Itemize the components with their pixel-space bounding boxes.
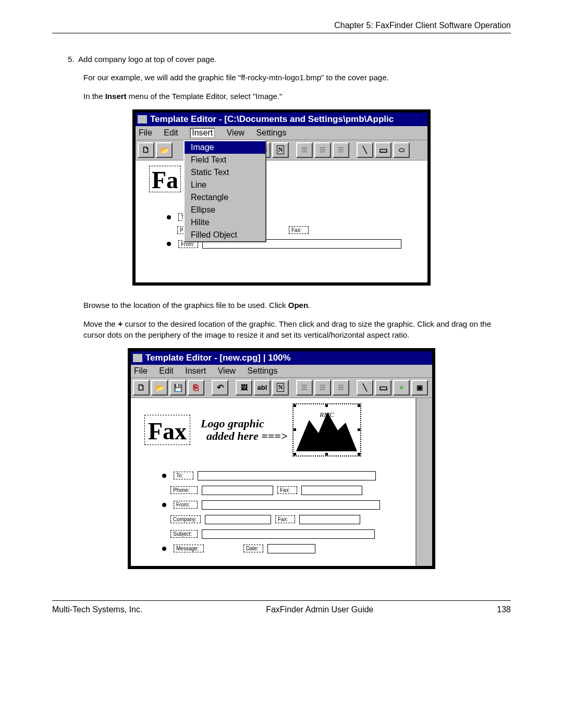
txt: added here ===>	[206, 429, 287, 442]
field-input[interactable]	[301, 486, 362, 495]
step-para1: For our example, we will add the graphic…	[83, 72, 511, 83]
field-label-subject[interactable]: Subject:	[170, 530, 198, 538]
menu-view[interactable]: View	[227, 128, 244, 138]
dropdown-item-rectangle[interactable]: Rectangle	[185, 191, 265, 204]
screenshot-1: Template Editor - [C:\Documents and Sett…	[132, 109, 431, 286]
menu-view[interactable]: View	[218, 366, 236, 376]
rect-button[interactable]	[375, 142, 391, 158]
menu-settings[interactable]: Settings	[248, 366, 278, 376]
step-line: 5. Add company logo at top of cover page…	[68, 54, 511, 65]
ellipse-button[interactable]: ⬭	[393, 142, 410, 158]
form-row: From:	[162, 500, 406, 510]
field-input[interactable]	[205, 515, 271, 524]
field-input[interactable]	[202, 529, 375, 539]
dropdown-item-ellipse[interactable]: Ellipse	[185, 204, 265, 216]
fieldtext-button[interactable]: abl	[254, 380, 271, 396]
open-button[interactable]	[151, 380, 168, 396]
field-label-fax[interactable]: Fax:	[277, 486, 297, 494]
statictext-button[interactable]: N	[272, 142, 289, 158]
field-label-message[interactable]: Message:	[174, 545, 204, 552]
field-label-fax2[interactable]: Fax:	[275, 515, 295, 523]
editor-canvas[interactable]: Fax Logo graphic added here ===> RMC	[131, 398, 415, 566]
new-button[interactable]	[138, 142, 154, 158]
window-title: Template Editor - [C:\Documents and Sett…	[150, 114, 394, 125]
menu-edit[interactable]: Edit	[164, 128, 178, 138]
txt: cursor to the desired location of the gr…	[83, 319, 491, 339]
field-input[interactable]	[267, 544, 315, 553]
window-titlebar: Template Editor - [new.cpg] | 100%	[131, 351, 432, 365]
fax-heading-box[interactable]: Fax	[144, 415, 190, 445]
svg-rect-2	[325, 404, 328, 407]
menu-file[interactable]: File	[139, 128, 152, 138]
txt: .	[308, 301, 310, 310]
save-button[interactable]	[169, 380, 186, 396]
step-title: Add company logo at top of cover page.	[78, 55, 216, 64]
align-right-button[interactable]	[333, 142, 349, 158]
footer-left: Multi-Tech Systems, Inc.	[52, 605, 142, 614]
form-row: Message: Date:	[162, 544, 406, 553]
scrollbar-area[interactable]	[415, 398, 432, 566]
svg-rect-7	[325, 453, 328, 455]
svg-rect-5	[358, 428, 360, 431]
align-left-button[interactable]	[296, 142, 313, 158]
field-label-date[interactable]: Date:	[243, 545, 263, 552]
svg-rect-6	[293, 453, 296, 455]
insert-dropdown[interactable]: Image Field Text Static Text Line Rectan…	[183, 140, 266, 242]
app-icon	[138, 115, 147, 124]
undo-button[interactable]	[212, 380, 228, 396]
align-right-button[interactable]	[333, 380, 349, 396]
bullet-icon	[162, 474, 166, 478]
line-button[interactable]	[357, 380, 373, 396]
line-button[interactable]	[357, 142, 373, 158]
image-button[interactable]	[236, 380, 252, 396]
dropdown-item-image[interactable]: Image	[185, 141, 265, 154]
inserted-logo-image[interactable]: RMC	[292, 403, 361, 456]
field-input[interactable]	[202, 486, 273, 495]
svg-text:RMC: RMC	[320, 411, 335, 418]
menu-settings[interactable]: Settings	[256, 128, 287, 138]
statictext-button[interactable]: N	[272, 380, 289, 396]
bullet-icon	[162, 503, 166, 507]
field-input[interactable]	[299, 515, 360, 524]
screenshot-2: Template Editor - [new.cpg] | 100% File …	[128, 348, 435, 569]
bullet-icon	[167, 242, 171, 246]
exit-button[interactable]	[188, 380, 204, 396]
align-center-button[interactable]	[314, 380, 331, 396]
menu-bar[interactable]: File Edit Insert View Settings	[131, 365, 432, 378]
new-button[interactable]	[133, 380, 150, 396]
hilite-button[interactable]: ≡	[393, 380, 410, 396]
fax-heading-box[interactable]: Fa	[149, 166, 181, 192]
dropdown-item-statictext[interactable]: Static Text	[185, 166, 265, 179]
field-label-company[interactable]: Company:	[170, 515, 201, 523]
form-row: To:	[162, 471, 406, 480]
editor-canvas[interactable]: Fa T P Fax: From:	[136, 161, 427, 282]
toolbar: abl N ≡ ▣	[131, 378, 432, 398]
dropdown-item-filled[interactable]: Filled Object	[185, 229, 265, 241]
page-footer: Multi-Tech Systems, Inc. FaxFinder Admin…	[52, 600, 511, 614]
field-label-from[interactable]: From:	[174, 501, 198, 509]
open-button[interactable]	[156, 142, 173, 158]
dropdown-item-fieldtext[interactable]: Field Text	[185, 154, 265, 166]
svg-rect-4	[293, 428, 296, 431]
form-row: Company: Fax:	[170, 515, 406, 524]
align-left-button[interactable]	[296, 380, 313, 396]
footer-center: FaxFinder Admin User Guide	[266, 605, 373, 614]
field-input[interactable]	[202, 500, 380, 510]
page-header: Chapter 5: FaxFinder Client Software Ope…	[52, 21, 511, 33]
menu-insert[interactable]: Insert	[185, 366, 206, 376]
filled-button[interactable]: ▣	[411, 380, 428, 396]
align-center-button[interactable]	[314, 142, 331, 158]
field-label-fax[interactable]: Fax:	[289, 226, 309, 234]
menu-bar[interactable]: File Edit Insert View Settings	[136, 126, 427, 140]
dropdown-item-line[interactable]: Line	[185, 179, 265, 191]
bullet-icon	[162, 547, 166, 551]
menu-insert[interactable]: Insert	[190, 128, 215, 138]
dropdown-item-hilite[interactable]: Hilite	[185, 216, 265, 229]
field-label-phone[interactable]: Phone:	[170, 486, 198, 494]
rect-button[interactable]	[375, 380, 391, 396]
window-titlebar: Template Editor - [C:\Documents and Sett…	[136, 113, 427, 126]
menu-file[interactable]: File	[134, 366, 148, 376]
field-input[interactable]	[198, 471, 376, 480]
field-label-to[interactable]: To:	[174, 472, 193, 479]
menu-edit[interactable]: Edit	[159, 366, 174, 376]
